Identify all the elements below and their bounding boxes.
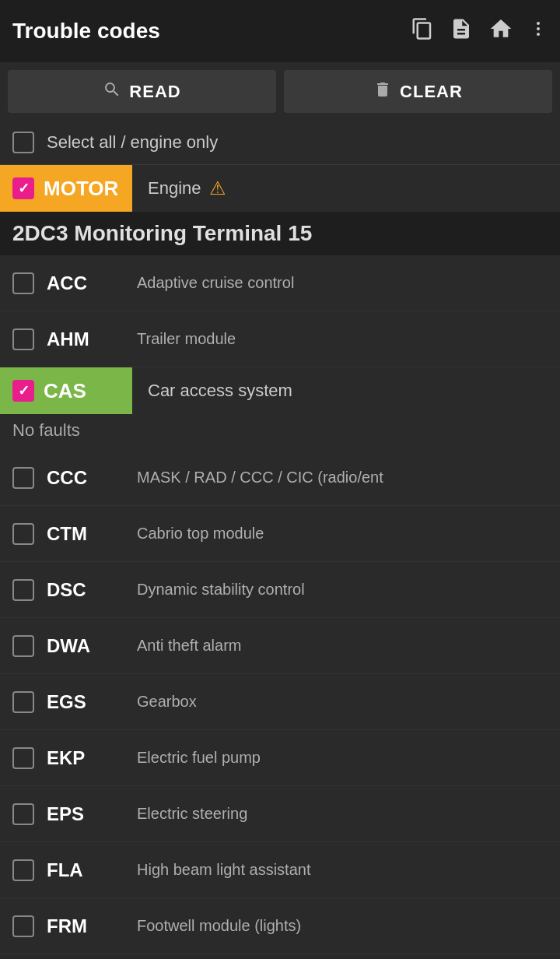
item-description: MASK / RAD / CCC / CIC (radio/ent — [137, 469, 548, 487]
svg-point-2 — [537, 33, 540, 36]
list-item[interactable]: AHM Trailer module — [0, 311, 560, 367]
motor-description: Engine ⚠ — [132, 177, 226, 199]
motor-checkbox[interactable] — [12, 177, 34, 199]
clear-label: CLEAR — [400, 82, 463, 102]
item-code: EKP — [47, 747, 124, 769]
no-faults-label: No faults — [0, 414, 560, 450]
frm-checkbox[interactable] — [12, 915, 34, 937]
header-icons — [411, 16, 548, 47]
list-item[interactable]: FLA High beam light assistant — [0, 842, 560, 898]
dwa-checkbox[interactable] — [12, 635, 34, 657]
toolbar: READ CLEAR — [0, 62, 560, 121]
select-all-row[interactable]: Select all / engine only — [0, 121, 560, 165]
item-code: DWA — [47, 635, 124, 657]
ahm-checkbox[interactable] — [12, 328, 34, 350]
cas-module-label[interactable]: CAS — [0, 367, 132, 414]
cas-module-header[interactable]: CAS Car access system — [0, 367, 560, 414]
motor-module-header[interactable]: MOTOR Engine ⚠ — [0, 165, 560, 212]
eps-checkbox[interactable] — [12, 803, 34, 825]
item-description: Trailer module — [137, 330, 548, 348]
list-item[interactable]: FRM Footwell module (lights) — [0, 898, 560, 954]
list-item[interactable]: DWA Anti theft alarm — [0, 618, 560, 674]
item-description: Cabrio top module — [137, 525, 548, 543]
item-description: Electric fuel pump — [137, 749, 548, 767]
list-item[interactable]: DSC Dynamic stability control — [0, 562, 560, 618]
egs-checkbox[interactable] — [12, 691, 34, 713]
svg-point-1 — [537, 27, 540, 30]
item-code: FLA — [47, 859, 124, 881]
copy-icon[interactable] — [411, 17, 434, 46]
read-button[interactable]: READ — [8, 70, 276, 113]
cas-checkbox[interactable] — [12, 380, 34, 402]
item-code: EGS — [47, 691, 124, 713]
ccc-checkbox[interactable] — [12, 467, 34, 489]
list-item[interactable]: CCC MASK / RAD / CCC / CIC (radio/ent — [0, 450, 560, 506]
more-vert-icon[interactable] — [529, 17, 548, 46]
section-title: 2DC3 Monitoring Terminal 15 — [0, 212, 560, 255]
ctm-checkbox[interactable] — [12, 523, 34, 545]
item-description: Gearbox — [137, 693, 548, 711]
cas-code: CAS — [44, 379, 86, 403]
motor-desc-text: Engine — [148, 178, 201, 198]
warning-icon: ⚠ — [209, 177, 226, 199]
list-item[interactable]: EGS Gearbox — [0, 674, 560, 730]
item-description: Footwell module (lights) — [137, 917, 548, 935]
list-item[interactable]: CTM Cabrio top module — [0, 506, 560, 562]
item-code: CTM — [47, 523, 124, 545]
item-code: EPS — [47, 803, 124, 825]
svg-point-0 — [537, 22, 540, 25]
home-icon[interactable] — [488, 16, 513, 47]
acc-checkbox[interactable] — [12, 272, 34, 294]
ekp-checkbox[interactable] — [12, 747, 34, 769]
select-all-checkbox[interactable] — [12, 132, 34, 153]
list-item[interactable]: EKP Electric fuel pump — [0, 730, 560, 786]
document-icon[interactable] — [450, 17, 473, 46]
select-all-label: Select all / engine only — [47, 132, 218, 153]
item-description: Electric steering — [137, 805, 548, 823]
delete-icon — [373, 80, 392, 104]
item-code: FRM — [47, 915, 124, 937]
item-code: CCC — [47, 467, 124, 489]
page-title: Trouble codes — [12, 19, 411, 44]
item-description: Adaptive cruise control — [137, 274, 548, 292]
list-item[interactable]: ACC Adaptive cruise control — [0, 255, 560, 311]
cas-description: Car access system — [132, 381, 292, 401]
item-description: Anti theft alarm — [137, 637, 548, 655]
item-code: ACC — [47, 272, 124, 294]
motor-module-label[interactable]: MOTOR — [0, 165, 132, 212]
item-description: High beam light assistant — [137, 861, 548, 879]
item-code: AHM — [47, 328, 124, 350]
app-header: Trouble codes — [0, 0, 560, 62]
dsc-checkbox[interactable] — [12, 579, 34, 601]
list-item[interactable]: EPS Electric steering — [0, 786, 560, 842]
item-description: Dynamic stability control — [137, 581, 548, 599]
fla-checkbox[interactable] — [12, 859, 34, 881]
item-code: DSC — [47, 579, 124, 601]
read-label: READ — [129, 82, 180, 102]
cas-desc-text: Car access system — [148, 381, 292, 401]
search-icon — [103, 80, 121, 104]
motor-code: MOTOR — [44, 177, 118, 201]
clear-button[interactable]: CLEAR — [284, 70, 552, 113]
